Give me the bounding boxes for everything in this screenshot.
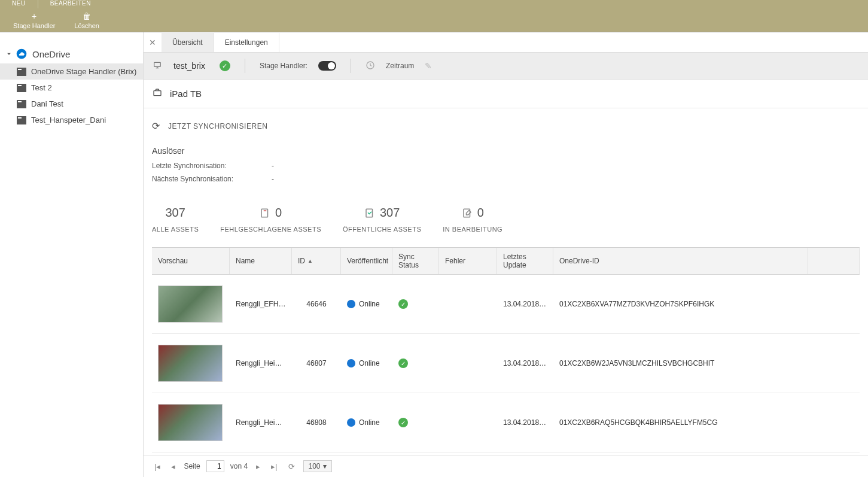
status-dot-icon: [347, 418, 355, 427]
sidebar-item[interactable]: Test_Hanspeter_Dani: [0, 112, 143, 128]
cell-name: Renggli_EFH_...: [230, 300, 292, 308]
stat-all[interactable]: 307 ALLE ASSETS: [152, 206, 199, 233]
sidebar-item-label: Test 2: [31, 83, 52, 92]
zeitraum-label: Zeitraum: [386, 62, 414, 70]
col-actions: [808, 248, 860, 274]
cell-preview: [152, 345, 230, 382]
sidebar-item-label: Dani Test: [31, 99, 63, 108]
monitor-icon: [152, 61, 163, 71]
stat-value: 307: [165, 206, 185, 220]
sync-ok-icon: ✓: [398, 299, 408, 309]
sync-now-button[interactable]: JETZT SYNCHRONISIEREN: [168, 122, 267, 130]
page-last-button[interactable]: ▸|: [269, 461, 279, 472]
close-icon[interactable]: ✕: [144, 38, 162, 47]
chevron-down-icon: ▾: [323, 462, 327, 470]
next-sync: Nächste Synchronisation:-: [152, 175, 860, 183]
table-row[interactable]: Renggli_EFH_...46646Online✓13.04.2018 0.…: [152, 275, 860, 334]
sidebar-root[interactable]: OneDrive: [0, 44, 143, 63]
sidebar-item[interactable]: OneDrive Stage Handler (Brix): [0, 63, 143, 80]
tab-overview[interactable]: Übersicht: [162, 33, 214, 52]
svg-rect-3: [154, 91, 161, 96]
stat-label: ALLE ASSETS: [152, 226, 199, 233]
page-of: von 4: [230, 462, 248, 470]
cell-id: 46808: [292, 418, 341, 427]
page-input[interactable]: [206, 460, 224, 472]
cell-published: Online: [341, 359, 392, 368]
svg-rect-1: [154, 62, 161, 66]
cell-updated: 13.04.2018 0...: [497, 359, 553, 367]
next-sync-label: Nächste Synchronisation:: [152, 175, 248, 183]
stat-failed[interactable]: 0 FEHLGESCHLAGENE ASSETS: [220, 206, 321, 233]
info-bar: test_brix ✓ Stage Handler: Zeitraum ✎: [144, 53, 868, 80]
refresh-icon[interactable]: ⟳: [152, 120, 160, 132]
page-next-button[interactable]: ▸: [254, 461, 263, 472]
delete-button[interactable]: 🗑 Löschen: [67, 10, 106, 31]
stage-handler-button[interactable]: + Stage Handler: [6, 10, 62, 31]
cell-sync: ✓: [392, 299, 439, 309]
cell-sync: ✓: [392, 358, 439, 368]
page-size-select[interactable]: 100▾: [303, 460, 332, 472]
sidebar-item-label: Test_Hanspeter_Dani: [31, 116, 106, 124]
main: ✕ Übersicht Einstellungen test_brix ✓ St…: [144, 32, 868, 477]
sidebar-item[interactable]: Test 2: [0, 80, 143, 96]
tab-settings[interactable]: Einstellungen: [214, 33, 279, 52]
sync-ok-icon: ✓: [398, 358, 408, 368]
col-preview[interactable]: Vorschau: [152, 248, 230, 274]
thumbnail: [158, 285, 223, 323]
cell-updated: 13.04.2018 0...: [497, 300, 553, 308]
last-sync: Letzte Synchronisation:-: [152, 162, 860, 170]
folder-icon: [17, 68, 26, 76]
svg-rect-5: [366, 209, 373, 217]
page-size-value: 100: [309, 462, 321, 470]
stat-label: IN BEARBEITUNG: [443, 226, 502, 233]
col-name[interactable]: Name: [230, 248, 292, 274]
content: ⟳ JETZT SYNCHRONISIEREN Auslöser Letzte …: [144, 108, 868, 455]
pager: |◂ ◂ Seite von 4 ▸ ▸| ⟳ 100▾: [144, 455, 868, 477]
onedrive-icon: [16, 48, 28, 60]
thumbnail: [158, 345, 223, 382]
stage-handler-label: Stage Handler:: [260, 62, 307, 70]
trigger-title: Auslöser: [152, 146, 860, 156]
pencil-icon[interactable]: ✎: [425, 61, 432, 71]
device-name: iPad TB: [170, 89, 202, 99]
folder-icon: [17, 100, 26, 108]
col-published[interactable]: Veröffentlicht: [341, 248, 392, 274]
tabs: ✕ Übersicht Einstellungen: [144, 32, 868, 53]
svg-rect-4: [261, 209, 268, 217]
col-id[interactable]: ID▲: [292, 248, 341, 274]
col-error[interactable]: Fehler: [439, 248, 497, 274]
divider: [245, 59, 245, 73]
sidebar-item[interactable]: Dani Test: [0, 96, 143, 112]
stage-handler-toggle[interactable]: [318, 61, 336, 71]
chevron-down-icon: [5, 50, 13, 58]
clock-icon: [366, 60, 375, 72]
stat-label: ÖFFENTLICHE ASSETS: [343, 226, 421, 233]
col-id-label: ID: [298, 257, 305, 265]
editing-icon: [462, 208, 473, 218]
page-prev-button[interactable]: ◂: [169, 461, 178, 472]
cell-name: Renggli_Heim...: [230, 359, 292, 367]
table-body[interactable]: Renggli_EFH_...46646Online✓13.04.2018 0.…: [152, 275, 860, 452]
col-odid[interactable]: OneDrive-ID: [553, 248, 808, 274]
cell-odid: 01XC2XB6RAQ5HCGBQK4BHIR5AELLYFM5CG: [553, 418, 808, 427]
col-sync[interactable]: Sync Status: [392, 248, 439, 274]
page-first-button[interactable]: |◂: [152, 461, 163, 472]
table-header: Vorschau Name ID▲ Veröffentlicht Sync St…: [152, 247, 860, 275]
stat-public[interactable]: 307 ÖFFENTLICHE ASSETS: [343, 206, 421, 233]
stat-editing[interactable]: 0 IN BEARBEITUNG: [443, 206, 502, 233]
plus-icon: +: [32, 11, 36, 21]
topbar: NEU BEARBEITEN: [0, 0, 868, 8]
thumbnail: [158, 404, 223, 441]
table-row[interactable]: Renggli_Heim...46807Online✓13.04.2018 0.…: [152, 334, 860, 393]
topbar-neu: NEU: [0, 0, 38, 8]
last-sync-label: Letzte Synchronisation:: [152, 162, 248, 170]
col-updated[interactable]: Letztes Update: [497, 248, 553, 274]
stat-label: FEHLGESCHLAGENE ASSETS: [220, 226, 321, 233]
status-dot-icon: [347, 359, 355, 367]
cell-preview: [152, 285, 230, 323]
trash-icon: 🗑: [83, 11, 91, 21]
page-refresh-button[interactable]: ⟳: [286, 461, 297, 472]
cell-updated: 13.04.2018 0...: [497, 418, 553, 427]
device-row: iPad TB: [144, 80, 868, 108]
table-row[interactable]: Renggli_Heim...46808Online✓13.04.2018 0.…: [152, 393, 860, 452]
